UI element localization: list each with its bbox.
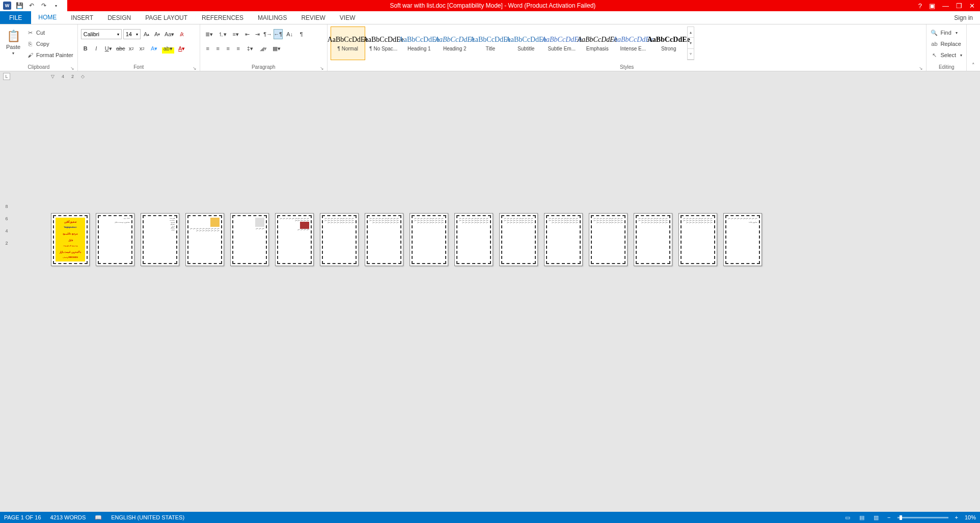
italic-button[interactable]: I (92, 43, 101, 54)
copy-button[interactable]: ⎘Copy (25, 39, 74, 49)
page-thumbnail[interactable]: متن متن متن متن متن متن متن متن متن متن … (275, 213, 314, 266)
style-intense-emphasis[interactable]: AaBbCcDdEeIntense E... (616, 27, 650, 60)
justify-button[interactable]: ≡ (234, 43, 243, 54)
strike-button[interactable]: abc (116, 43, 125, 54)
text-effects-button[interactable]: A▾ (148, 43, 160, 54)
tab-view[interactable]: VIEW (333, 11, 363, 24)
highlight-button[interactable]: ab▾ (162, 43, 174, 54)
style-emphasis[interactable]: AaBbCcDdEeEmphasis (580, 27, 615, 60)
page-thumbnail[interactable]: جنگ نرممحقق و نویسنده فایل (96, 213, 134, 266)
sign-in-link[interactable]: Sign in (947, 11, 980, 24)
indent-marker-icon[interactable]: ▽ (51, 74, 55, 79)
proofing-icon[interactable]: 📖 (95, 514, 102, 521)
font-color-button[interactable]: A▾ (176, 43, 188, 54)
chevron-up-icon[interactable]: ▴ (688, 27, 694, 38)
styles-launcher-icon[interactable]: ↘ (919, 66, 923, 71)
qat-customize-icon[interactable]: ▾ (52, 2, 60, 10)
font-size-combo[interactable]: 14▾ (123, 29, 141, 39)
ltr-button[interactable]: ¶→ (263, 29, 273, 39)
zoom-in-button[interactable]: + (954, 514, 960, 520)
language-status[interactable]: ENGLISH (UNITED STATES) (111, 514, 184, 520)
maximize-icon[interactable]: ❐ (956, 2, 962, 10)
help-icon[interactable]: ? (918, 2, 922, 10)
replace-button[interactable]: abReplace (930, 39, 963, 49)
page-thumbnail[interactable]: متن متن متن متن متن متن متن متن متن متن … (544, 213, 583, 266)
page-thumbnail[interactable]: متن متن متن متن متن متن متن متن متن متن … (410, 213, 448, 266)
chevron-down-icon[interactable]: ▾ (688, 38, 694, 48)
change-case-button[interactable]: Aa▾ (164, 29, 176, 39)
style-strong[interactable]: AaBbCcDdEeStrong (651, 27, 686, 60)
find-button[interactable]: 🔍Find▾ (930, 28, 963, 38)
page-thumbnail[interactable]: متن متن متن (230, 213, 269, 266)
page-thumbnail[interactable]: فهرستمقدمهتعریفاهدافابزارراهکارنتیجه (141, 213, 179, 266)
paste-button[interactable]: 📋 Paste ▾ (3, 25, 23, 59)
word-count[interactable]: 4213 WORDS (50, 514, 86, 520)
document-area[interactable]: 2 4 6 8 تحقیق آنلاین Tahghighonline.ir م… (0, 82, 980, 512)
indent-marker-icon[interactable]: ◇ (81, 74, 85, 79)
close-icon[interactable]: ✕ (969, 2, 975, 10)
select-button[interactable]: ↖Select▾ (930, 50, 963, 60)
page-thumbnail[interactable]: متن متن متن متن متن متن متن متن متن متنم… (723, 213, 762, 266)
page-thumbnail[interactable]: متن متن متن متن متن متن متن متن متن متن … (454, 213, 493, 266)
web-layout-icon[interactable]: ▥ (872, 513, 881, 521)
page-thumbnail[interactable]: تحقیق آنلاین Tahghighonline.ir مرجع دانل… (51, 213, 90, 266)
read-mode-icon[interactable]: ▭ (843, 513, 852, 521)
line-spacing-button[interactable]: ‡▾ (244, 43, 256, 54)
zoom-level[interactable]: 10% (965, 514, 976, 520)
ribbon-display-icon[interactable]: ▣ (929, 2, 935, 10)
page-count[interactable]: PAGE 1 OF 16 (4, 514, 41, 520)
decrease-indent-button[interactable]: ⇤ (243, 29, 252, 39)
page-thumbnail[interactable]: متن متن متن متن متن متن متن متن متن متن … (678, 213, 717, 266)
collapse-ribbon-button[interactable]: ˄ (967, 24, 980, 71)
style-heading-1[interactable]: AaBbCcDdEeHeading 1 (402, 27, 437, 60)
rtl-button[interactable]: ←¶ (274, 29, 283, 39)
superscript-button[interactable]: x2 (138, 43, 147, 54)
clipboard-launcher-icon[interactable]: ↘ (70, 66, 74, 71)
tab-insert[interactable]: INSERT (64, 11, 100, 24)
styles-more[interactable]: ▴▾▿ (687, 27, 694, 60)
tab-page-layout[interactable]: PAGE LAYOUT (138, 11, 195, 24)
page-thumbnail[interactable]: متن متن متن متن متن متن متن متن متن متن … (634, 213, 672, 266)
show-marks-button[interactable]: ¶ (297, 29, 306, 39)
tab-design[interactable]: DESIGN (100, 11, 138, 24)
increase-indent-button[interactable]: ⇥ (253, 29, 262, 39)
sort-button[interactable]: A↓ (284, 29, 296, 39)
tab-review[interactable]: REVIEW (294, 11, 332, 24)
borders-button[interactable]: ▦▾ (270, 43, 283, 54)
align-right-button[interactable]: ≡ (224, 43, 233, 54)
tab-selector[interactable]: L (3, 73, 10, 80)
shading-button[interactable]: ◢▾ (257, 43, 269, 54)
page-thumbnail[interactable]: متن متن متن متن متن متن متن متن متن متن … (499, 213, 538, 266)
style-no-spacing[interactable]: AaBbCcDdEe¶ No Spac... (366, 27, 401, 60)
tab-file[interactable]: FILE (0, 11, 31, 24)
page-thumbnail[interactable]: متن متن متن متن متن متن متن متن متن متن … (589, 213, 628, 266)
align-center-button[interactable]: ≡ (213, 43, 223, 54)
tab-references[interactable]: REFERENCES (195, 11, 251, 24)
grow-font-button[interactable]: A▴ (142, 29, 151, 39)
zoom-out-button[interactable]: − (886, 514, 892, 520)
font-name-combo[interactable]: Calibri▾ (81, 29, 122, 39)
style-title[interactable]: AaBbCcDdEeTitle (473, 27, 508, 60)
cut-button[interactable]: ✂Cut (25, 28, 74, 38)
redo-icon[interactable]: ↷ (40, 2, 48, 10)
page-thumbnail[interactable]: متن متن متن متن متن متن متن متن متن متن … (185, 213, 224, 266)
underline-button[interactable]: U▾ (102, 43, 115, 54)
page-thumbnail[interactable]: متن متن متن متن متن متن متن متن متن متن … (320, 213, 359, 266)
style-heading-2[interactable]: AaBbCcDdEeHeading 2 (438, 27, 472, 60)
style-subtitle[interactable]: AaBbCcDdEeSubtitle (509, 27, 543, 60)
print-layout-icon[interactable]: ▤ (857, 513, 866, 521)
style-normal[interactable]: AaBbCcDdEe¶ Normal (331, 27, 365, 60)
bold-button[interactable]: B (81, 43, 90, 54)
subscript-button[interactable]: x2 (127, 43, 136, 54)
clear-format-button[interactable]: A̷ (177, 29, 186, 39)
format-painter-button[interactable]: 🖌Format Painter (25, 50, 74, 60)
bullets-button[interactable]: ≣▾ (203, 29, 215, 39)
shrink-font-button[interactable]: A▾ (153, 29, 162, 39)
tab-mailings[interactable]: MAILINGS (251, 11, 294, 24)
zoom-slider[interactable] (897, 517, 948, 518)
more-icon[interactable]: ▿ (688, 49, 694, 60)
paragraph-launcher-icon[interactable]: ↘ (320, 66, 324, 71)
minimize-icon[interactable]: — (942, 2, 949, 10)
undo-icon[interactable]: ↶ (28, 2, 36, 10)
style-subtle-emphasis[interactable]: AaBbCcDdEeSubtle Em... (545, 27, 579, 60)
